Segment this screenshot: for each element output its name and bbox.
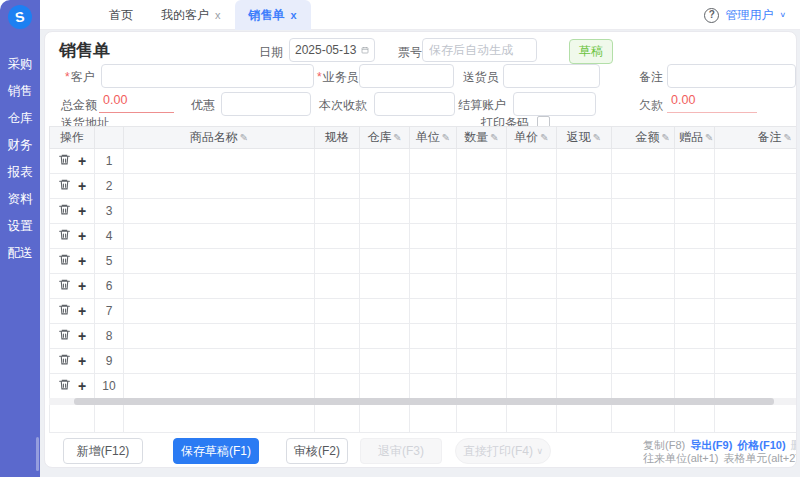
item-cell[interactable] bbox=[557, 174, 612, 199]
item-cell[interactable] bbox=[457, 324, 507, 349]
item-cell[interactable] bbox=[457, 249, 507, 274]
tab-home[interactable]: 首页 bbox=[95, 0, 147, 30]
delete-row-icon[interactable] bbox=[58, 178, 71, 194]
item-cell[interactable] bbox=[507, 174, 557, 199]
item-cell[interactable] bbox=[557, 149, 612, 174]
sidebar-item-finance[interactable]: 财务 bbox=[0, 132, 40, 159]
item-cell[interactable] bbox=[715, 349, 797, 374]
item-cell[interactable] bbox=[507, 199, 557, 224]
item-cell[interactable] bbox=[557, 374, 612, 399]
item-cell[interactable] bbox=[557, 224, 612, 249]
item-cell[interactable] bbox=[410, 324, 457, 349]
item-cell[interactable] bbox=[360, 174, 410, 199]
item-cell[interactable] bbox=[715, 324, 797, 349]
item-cell[interactable] bbox=[360, 249, 410, 274]
item-cell[interactable] bbox=[675, 324, 715, 349]
item-cell[interactable] bbox=[410, 249, 457, 274]
settle-account-input[interactable] bbox=[513, 92, 596, 116]
item-cell[interactable] bbox=[360, 349, 410, 374]
delete-row-icon[interactable] bbox=[58, 228, 71, 244]
item-cell[interactable] bbox=[410, 374, 457, 399]
item-cell[interactable] bbox=[457, 174, 507, 199]
item-cell[interactable] bbox=[410, 149, 457, 174]
item-cell[interactable] bbox=[124, 349, 315, 374]
add-row-icon[interactable]: + bbox=[78, 381, 86, 391]
item-cell[interactable] bbox=[315, 324, 360, 349]
item-cell[interactable] bbox=[612, 374, 675, 399]
ticket-input[interactable] bbox=[422, 38, 537, 62]
item-cell[interactable] bbox=[507, 374, 557, 399]
audit-button[interactable]: 审核(F2) bbox=[286, 438, 348, 464]
remark-input[interactable] bbox=[667, 64, 796, 88]
delete-row-icon[interactable] bbox=[58, 328, 71, 344]
delete-row-icon[interactable] bbox=[58, 378, 71, 394]
sidebar-item-data[interactable]: 资料 bbox=[0, 186, 40, 213]
received-input[interactable] bbox=[374, 92, 455, 116]
price-link[interactable]: 价格(F10) bbox=[737, 439, 785, 452]
chevron-down-icon[interactable]: ∨ bbox=[779, 11, 786, 19]
sidebar-item-sales[interactable]: 销售 bbox=[0, 78, 40, 105]
item-cell[interactable] bbox=[457, 224, 507, 249]
item-cell[interactable] bbox=[315, 224, 360, 249]
sidebar-item-reports[interactable]: 报表 bbox=[0, 159, 40, 186]
date-input[interactable] bbox=[295, 43, 357, 57]
col-gift[interactable]: 赠品✎ bbox=[675, 127, 715, 149]
item-cell[interactable] bbox=[557, 199, 612, 224]
tab-sales-order[interactable]: 销售单 x bbox=[235, 0, 311, 30]
col-product-name[interactable]: 商品名称✎ bbox=[124, 127, 315, 149]
item-cell[interactable] bbox=[457, 199, 507, 224]
add-row-icon[interactable]: + bbox=[78, 156, 86, 166]
item-cell[interactable] bbox=[124, 274, 315, 299]
item-cell[interactable] bbox=[360, 199, 410, 224]
item-cell[interactable] bbox=[410, 199, 457, 224]
delivery-person-input[interactable] bbox=[503, 64, 600, 88]
item-cell[interactable] bbox=[360, 299, 410, 324]
sidebar-item-purchase[interactable]: 采购 bbox=[0, 51, 40, 78]
unaudit-button[interactable]: 退审(F3) bbox=[360, 438, 442, 464]
col-spec[interactable]: 规格 bbox=[315, 127, 360, 149]
item-cell[interactable] bbox=[315, 149, 360, 174]
date-field[interactable] bbox=[289, 38, 375, 62]
add-button[interactable]: 新增(F12) bbox=[63, 438, 143, 464]
item-cell[interactable] bbox=[675, 199, 715, 224]
item-cell[interactable] bbox=[360, 374, 410, 399]
item-cell[interactable] bbox=[315, 299, 360, 324]
item-cell[interactable] bbox=[315, 174, 360, 199]
item-cell[interactable] bbox=[124, 324, 315, 349]
item-cell[interactable] bbox=[457, 299, 507, 324]
item-cell[interactable] bbox=[124, 174, 315, 199]
item-cell[interactable] bbox=[457, 274, 507, 299]
customer-input[interactable] bbox=[101, 64, 314, 88]
item-cell[interactable] bbox=[360, 274, 410, 299]
item-cell[interactable] bbox=[457, 349, 507, 374]
item-cell[interactable] bbox=[507, 249, 557, 274]
item-cell[interactable] bbox=[457, 149, 507, 174]
add-row-icon[interactable]: + bbox=[78, 281, 86, 291]
add-row-icon[interactable]: + bbox=[78, 206, 86, 216]
scrollbar-thumb[interactable] bbox=[74, 398, 774, 405]
item-cell[interactable] bbox=[715, 199, 797, 224]
col-remark[interactable]: 备注✎ bbox=[715, 127, 797, 149]
export-link[interactable]: 导出(F9) bbox=[690, 439, 732, 452]
item-cell[interactable] bbox=[124, 149, 315, 174]
col-unit-price[interactable]: 单价✎ bbox=[507, 127, 557, 149]
item-cell[interactable] bbox=[315, 274, 360, 299]
item-cell[interactable] bbox=[612, 174, 675, 199]
item-cell[interactable] bbox=[315, 199, 360, 224]
item-cell[interactable] bbox=[715, 249, 797, 274]
delete-row-icon[interactable] bbox=[58, 353, 71, 369]
item-cell[interactable] bbox=[507, 224, 557, 249]
col-amount[interactable]: 金额✎ bbox=[612, 127, 675, 149]
delete-row-icon[interactable] bbox=[58, 278, 71, 294]
item-cell[interactable] bbox=[612, 149, 675, 174]
sidebar-item-delivery[interactable]: 配送 bbox=[0, 240, 40, 267]
item-cell[interactable] bbox=[612, 299, 675, 324]
item-cell[interactable] bbox=[315, 349, 360, 374]
item-cell[interactable] bbox=[612, 274, 675, 299]
item-cell[interactable] bbox=[675, 274, 715, 299]
item-cell[interactable] bbox=[557, 274, 612, 299]
item-cell[interactable] bbox=[715, 224, 797, 249]
help-icon[interactable]: ? bbox=[704, 8, 719, 23]
item-cell[interactable] bbox=[557, 249, 612, 274]
tab-my-customers[interactable]: 我的客户 x bbox=[147, 0, 235, 30]
